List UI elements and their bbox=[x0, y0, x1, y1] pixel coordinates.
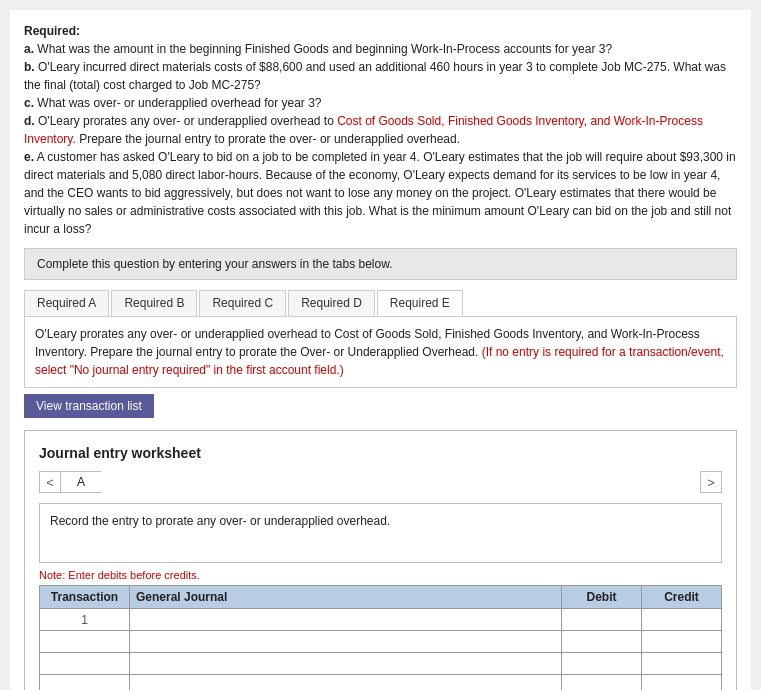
description-box: O'Leary prorates any over- or underappli… bbox=[24, 317, 737, 388]
question-c: c. What was over- or underapplied overhe… bbox=[24, 94, 737, 112]
row2-journal[interactable] bbox=[130, 631, 562, 653]
row1-journal[interactable] bbox=[130, 609, 562, 631]
journal-table: Transaction General Journal Debit Credit… bbox=[39, 585, 722, 690]
tab-required-b[interactable]: Required B bbox=[111, 290, 197, 316]
instruction-box: Complete this question by entering your … bbox=[24, 248, 737, 280]
row4-journal-input[interactable] bbox=[130, 675, 561, 690]
row4-debit[interactable] bbox=[562, 675, 642, 691]
instruction-text: Complete this question by entering your … bbox=[37, 257, 393, 271]
worksheet-next-button[interactable]: > bbox=[700, 471, 722, 493]
question-b-text: O'Leary incurred direct materials costs … bbox=[24, 60, 726, 92]
table-row bbox=[40, 631, 722, 653]
question-b: b. O'Leary incurred direct materials cos… bbox=[24, 58, 737, 94]
row3-debit[interactable] bbox=[562, 653, 642, 675]
tabs-row: Required A Required B Required C Require… bbox=[24, 290, 737, 317]
table-row bbox=[40, 653, 722, 675]
row2-debit[interactable] bbox=[562, 631, 642, 653]
row1-debit-input[interactable] bbox=[562, 609, 641, 630]
row2-credit[interactable] bbox=[642, 631, 722, 653]
row4-credit-input[interactable] bbox=[642, 675, 721, 690]
tab-required-c[interactable]: Required C bbox=[199, 290, 286, 316]
worksheet-title: Journal entry worksheet bbox=[39, 445, 722, 461]
required-section: Required: a. What was the amount in the … bbox=[24, 22, 737, 238]
question-d: d. O'Leary prorates any over- or underap… bbox=[24, 112, 737, 148]
row4-journal[interactable] bbox=[130, 675, 562, 691]
row3-journal-input[interactable] bbox=[130, 653, 561, 674]
col-debit: Debit bbox=[562, 586, 642, 609]
row4-transaction bbox=[40, 675, 130, 691]
record-instruction: Record the entry to prorate any over- or… bbox=[39, 503, 722, 563]
col-general-journal: General Journal bbox=[130, 586, 562, 609]
row1-credit-input[interactable] bbox=[642, 609, 721, 630]
question-d-text: O'Leary prorates any over- or underappli… bbox=[24, 114, 703, 146]
table-row: 1 bbox=[40, 609, 722, 631]
question-c-letter: c. bbox=[24, 96, 34, 110]
worksheet-tab-letter: A bbox=[61, 471, 101, 493]
row3-credit-input[interactable] bbox=[642, 653, 721, 674]
row4-credit[interactable] bbox=[642, 675, 722, 691]
row2-credit-input[interactable] bbox=[642, 631, 721, 652]
journal-worksheet: Journal entry worksheet < A > Record the… bbox=[24, 430, 737, 690]
question-e: e. A customer has asked O'Leary to bid o… bbox=[24, 148, 737, 238]
tab-required-a[interactable]: Required A bbox=[24, 290, 109, 316]
row2-debit-input[interactable] bbox=[562, 631, 641, 652]
col-transaction: Transaction bbox=[40, 586, 130, 609]
row4-debit-input[interactable] bbox=[562, 675, 641, 690]
question-d-letter: d. bbox=[24, 114, 35, 128]
row3-debit-input[interactable] bbox=[562, 653, 641, 674]
tab-required-e[interactable]: Required E bbox=[377, 290, 463, 316]
row1-credit[interactable] bbox=[642, 609, 722, 631]
row2-transaction bbox=[40, 631, 130, 653]
row1-transaction: 1 bbox=[40, 609, 130, 631]
row2-journal-input[interactable] bbox=[130, 631, 561, 652]
question-c-text: What was over- or underapplied overhead … bbox=[37, 96, 321, 110]
question-e-text: A customer has asked O'Leary to bid on a… bbox=[24, 150, 736, 236]
row1-journal-input[interactable] bbox=[130, 609, 561, 630]
row3-transaction bbox=[40, 653, 130, 675]
worksheet-prev-button[interactable]: < bbox=[39, 471, 61, 493]
note-text: Note: Enter debits before credits. bbox=[39, 569, 722, 581]
tab-required-d[interactable]: Required D bbox=[288, 290, 375, 316]
table-row bbox=[40, 675, 722, 691]
question-b-letter: b. bbox=[24, 60, 35, 74]
question-a-text: What was the amount in the beginning Fin… bbox=[37, 42, 612, 56]
main-container: Required: a. What was the amount in the … bbox=[10, 10, 751, 690]
question-a-letter: a. bbox=[24, 42, 34, 56]
view-transaction-list-button[interactable]: View transaction list bbox=[24, 394, 154, 418]
record-instruction-text: Record the entry to prorate any over- or… bbox=[50, 514, 390, 528]
required-label: Required: bbox=[24, 24, 80, 38]
col-credit: Credit bbox=[642, 586, 722, 609]
question-e-letter: e. bbox=[24, 150, 34, 164]
row1-debit[interactable] bbox=[562, 609, 642, 631]
question-a: a. What was the amount in the beginning … bbox=[24, 40, 737, 58]
worksheet-nav-row: < A > bbox=[39, 471, 722, 493]
row3-journal[interactable] bbox=[130, 653, 562, 675]
row3-credit[interactable] bbox=[642, 653, 722, 675]
